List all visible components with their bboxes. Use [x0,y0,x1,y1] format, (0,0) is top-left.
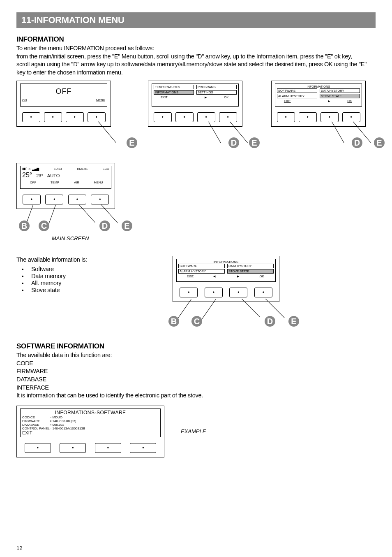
hw-button[interactable] [25,443,51,453]
hw-button[interactable] [91,195,109,204]
button-row [148,108,242,125]
hw-button[interactable] [22,112,40,122]
sw-k2: DATABASE [22,423,50,427]
timer-label: TIMER1 [76,167,88,171]
screens-row-1: OFF ON MENU E TEMPERATURES PR [16,81,376,155]
mode-label: AUTO [47,173,60,178]
key-C: C [191,316,202,327]
eco-label: ECO [103,167,109,171]
hw-button[interactable] [197,112,215,122]
hw-button[interactable] [342,112,360,122]
hw-button[interactable] [44,112,62,122]
lcd-info: INFORMATIONS SOFTWARE DATA HYSTORY ALARM… [275,84,362,107]
sw-row: FIRMWARE [16,368,48,374]
button-row [173,283,279,300]
hw-button[interactable] [229,288,247,297]
hw-button[interactable] [66,112,84,122]
hw-button[interactable] [254,288,272,297]
info2-header: INFORMATIONS [178,260,274,264]
lcd-main: ▮▮▯ ☼ ▂▄▆ 10:13 TIMER1 ECO 25° 23° AUTO … [20,166,111,189]
info2-data-hystory: DATA HYSTORY [227,264,274,268]
lcd-info2: INFORMATIONS SOFTWARE DATA HYSTORY ALARM… [176,259,276,282]
hw-button[interactable] [321,112,339,122]
info2-stove-state: STOVE STATE [227,269,274,274]
device-info2: INFORMATIONS SOFTWARE DATA HYSTORY ALARM… [173,256,279,302]
lbl-ok: OK [250,274,274,278]
info2-software: SOFTWARE [178,264,225,268]
intro-text: To enter the menu INFORMATION proceed as… [16,44,376,77]
sw-lead: The available data in this function are: [16,352,112,358]
hw-button[interactable] [68,195,86,204]
menu-informations: INFORMATIONS [154,90,194,95]
info-software: SOFTWARE [277,88,317,93]
hw-button[interactable] [88,112,106,122]
lbl-menu: MENU [88,181,109,184]
menu-settings: SETTINGS [196,90,237,95]
available-list: Software Data memory All. memory Stove s… [16,266,160,293]
hw-button[interactable] [175,112,194,122]
lbl-exit: EXIT [178,274,202,278]
info-stove-state: STOVE STATE [320,94,360,98]
key-E: E [122,220,132,231]
sw-row: INTERFACE [16,384,49,391]
key-D: D [228,137,239,148]
software-info-body: The available data in this function are:… [16,351,376,399]
info-alarm-hystory: ALARM HYSTORY [277,94,317,98]
sw-k3: CONTROL PANEL [22,427,50,430]
device-info: INFORMATIONS SOFTWARE DATA HYSTORY ALARM… [271,81,366,127]
device-menu: TEMPERATURES PROGRAMS INFORMATIONS SETTI… [148,81,242,127]
menu-temperatures: TEMPERATURES [154,85,194,89]
hw-button[interactable] [205,288,223,297]
hw-button[interactable] [130,443,156,453]
key-E: E [127,137,137,148]
info2-alarm-hystory: ALARM HYSTORY [178,269,225,274]
temp-set: 23° [36,173,43,178]
hw-button[interactable] [60,443,86,453]
list-item: Data memory [28,273,160,279]
main-screen-caption: MAIN SCREEN [52,235,89,241]
hw-button[interactable] [154,112,172,122]
lcd-menu: TEMPERATURES PROGRAMS INFORMATIONS SETTI… [152,84,239,107]
arrow-right-icon [318,99,339,103]
key-E: E [249,137,260,148]
hw-button[interactable] [95,443,121,453]
section-title: 11-INFORMATION MENU [16,12,376,28]
hw-button[interactable] [180,288,198,297]
lbl-ok: OK [216,95,237,99]
info-header: INFORMATIONS [277,85,360,88]
lbl-ok: OK [339,99,360,103]
info-data-hystory: DATA HYSTORY [320,88,360,93]
time-label: 10:13 [54,167,62,171]
list-item: Software [28,266,160,272]
hw-button[interactable] [219,112,237,122]
sw-k1: FIRMWARE [22,419,50,423]
sw-tail: It is information that can be used to id… [16,392,203,399]
example-caption: EXAMPLE [181,428,206,434]
key-B: B [168,316,179,327]
hw-button[interactable] [45,195,63,204]
hw-button[interactable] [277,112,295,122]
menu-programs: PROGRAMS [196,85,237,89]
key-E: E [374,137,385,148]
button-row [272,108,365,125]
hw-button[interactable] [23,195,41,204]
key-E: E [288,316,299,327]
button-row [17,108,111,125]
lbl-menu: MENU [85,98,106,102]
lbl-exit: EXIT [277,99,298,103]
button-row [17,190,115,207]
lbl-on: ON [22,98,43,102]
sw-v3: = 14040613A/1000313B [50,427,85,430]
button-row [17,439,164,455]
sw-v1: = 140.7.08.08 [07] [50,419,85,423]
lbl-off: OFF [22,181,44,184]
lbl-exit: EXIT [154,95,175,99]
sw-row: CODE [16,360,33,367]
sw-v2: = 000.022 [50,423,85,427]
sw-title: INFORMATIONS-SOFTWARE [22,410,159,415]
sw-k0: CODICE [22,415,50,419]
hw-button[interactable] [299,112,317,122]
key-D: D [352,137,362,148]
intro-l2: from the main/initial screen, press the … [16,53,352,60]
list-item: Stove state [28,287,160,293]
